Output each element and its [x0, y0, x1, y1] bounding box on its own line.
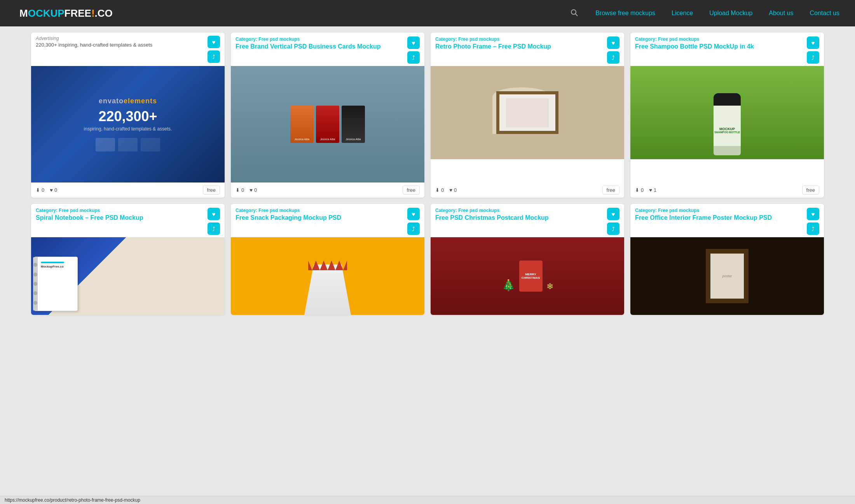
svg-point-0: [571, 10, 576, 14]
card-share-button[interactable]: ⤴: [607, 51, 619, 64]
ad-like-stat: ♥ 0: [50, 187, 57, 193]
card-share-button[interactable]: ⤴: [807, 51, 819, 64]
card-share-button[interactable]: ⤴: [607, 222, 619, 235]
download-icon: ⬇: [236, 187, 240, 193]
share-icon: ⤴: [212, 226, 215, 232]
download-icon: ⬇: [635, 187, 639, 193]
heart-icon: ♥: [212, 211, 216, 217]
card-title[interactable]: Free Office Interior Frame Poster Mockup…: [635, 214, 804, 222]
card-snack: Category: Free psd mockups Free Snack Pa…: [231, 204, 424, 315]
card-heart-button[interactable]: ♥: [407, 36, 420, 49]
card-category: Category: Free psd mockups: [236, 208, 404, 213]
card-title[interactable]: Free Snack Packaging Mockup PSD: [236, 214, 404, 222]
share-icon: ⤴: [811, 226, 815, 232]
card-heart-button[interactable]: ♥: [407, 208, 420, 220]
nav-licence[interactable]: Licence: [672, 10, 693, 17]
ad-image[interactable]: envatoelements 220,300+ inspiring, hand-…: [31, 66, 225, 182]
share-icon: ⤴: [412, 54, 415, 61]
heart-icon: ♥: [811, 40, 815, 46]
card-image[interactable]: [431, 66, 624, 182]
card-share-button[interactable]: ⤴: [807, 222, 819, 235]
card-category: Category: Free psd mockups: [435, 36, 604, 42]
heart-icon: ♥: [612, 211, 615, 217]
search-icon[interactable]: [570, 8, 579, 19]
ad-free-badge: free: [203, 186, 220, 195]
ad-card: Advertising 220,300+ inspiring, hand-cra…: [31, 33, 225, 198]
card-image[interactable]: 🎄 MERRYCHRISTMAS ❄: [431, 237, 624, 315]
download-icon: ⬇: [36, 187, 40, 193]
card-heart-button[interactable]: ♥: [208, 208, 220, 220]
share-icon: ⤴: [212, 54, 215, 60]
card-share-button[interactable]: ⤴: [208, 222, 220, 235]
heart-icon: ♥: [811, 211, 815, 217]
card-image[interactable]: MOCKUP SHAMPOO BOTTLE: [630, 66, 824, 182]
card-heart-button[interactable]: ♥: [607, 36, 619, 49]
card-christmas: Category: Free psd mockups Free PSD Chri…: [431, 204, 624, 315]
nav-upload[interactable]: Upload Mockup: [709, 10, 752, 17]
card-share-button[interactable]: ⤴: [407, 222, 420, 235]
svg-line-1: [576, 14, 578, 16]
free-badge: free: [403, 186, 420, 195]
card-title[interactable]: Free PSD Christmas Postcard Mockup: [435, 214, 604, 222]
like-stat: ♥ 0: [449, 187, 457, 193]
share-icon: ⤴: [612, 226, 615, 232]
card-category: Category: Free psd mockups: [635, 36, 804, 42]
share-icon: ⤴: [612, 54, 615, 61]
card-image[interactable]: poster: [630, 237, 824, 315]
ad-heart-button[interactable]: ♥: [208, 36, 220, 48]
heart-stat-icon: ♥: [50, 187, 53, 193]
like-stat: ♥ 1: [649, 187, 656, 193]
card-title[interactable]: Retro Photo Frame – Free PSD Mockup: [435, 43, 604, 51]
nav-browse[interactable]: Browse free mockups: [595, 10, 655, 17]
card-business-cards: Category: Free psd mockups Free Brand Ve…: [231, 33, 424, 198]
ad-download-stat: ⬇ 0: [36, 187, 44, 193]
card-category: Category: Free psd mockups: [36, 208, 204, 213]
heart-icon: ♥: [412, 40, 415, 46]
card-heart-button[interactable]: ♥: [607, 208, 619, 220]
free-badge: free: [802, 186, 819, 195]
free-badge: free: [602, 186, 619, 195]
card-heart-button[interactable]: ♥: [807, 36, 819, 49]
card-title[interactable]: Spiral Notebook – Free PSD Mockup: [36, 214, 204, 222]
navbar: MOCKUPFREE!.CO Browse free mockups Licen…: [0, 0, 855, 26]
card-shampoo: Category: Free psd mockups Free Shampoo …: [630, 33, 824, 198]
heart-icon: ♥: [412, 211, 415, 217]
card-share-button[interactable]: ⤴: [407, 51, 420, 64]
card-title[interactable]: Free Shampoo Bottle PSD MockUp in 4k: [635, 43, 804, 51]
share-icon: ⤴: [412, 226, 415, 232]
heart-stat-icon: ♥: [449, 187, 452, 193]
card-heart-button[interactable]: ♥: [807, 208, 819, 220]
ad-share-button[interactable]: ⤴: [208, 50, 220, 63]
ad-subtitle: 220,300+ inspiring, hand-crafted templat…: [36, 42, 152, 48]
card-photo-frame: Category: Free psd mockups Retro Photo F…: [431, 33, 624, 198]
download-stat: ⬇ 0: [635, 187, 644, 193]
card-notebook: Category: Free psd mockups Spiral Notebo…: [31, 204, 225, 315]
card-image[interactable]: MockupFree.co: [31, 237, 225, 315]
heart-stat-icon: ♥: [250, 187, 253, 193]
nav-contact[interactable]: Contact us: [810, 10, 839, 17]
ad-desc: inspiring, hand-crafted templates & asse…: [76, 126, 180, 132]
heart-stat-icon: ♥: [649, 187, 652, 193]
main-grid: Advertising 220,300+ inspiring, hand-cra…: [0, 26, 855, 323]
logo[interactable]: MOCKUPFREE!.CO: [19, 7, 113, 19]
ad-label: Advertising: [36, 36, 152, 41]
download-icon: ⬇: [435, 187, 440, 193]
share-icon: ⤴: [811, 54, 815, 61]
card-image[interactable]: Jessica Alba Jessica Alba Jessica Alba: [231, 66, 424, 182]
card-office-frame: Category: Free psd mockups Free Office I…: [630, 204, 824, 315]
card-title[interactable]: Free Brand Vertical PSD Business Cards M…: [236, 43, 404, 51]
card-image[interactable]: [231, 237, 424, 315]
card-category: Category: Free psd mockups: [435, 208, 604, 213]
ad-number: 220,300+: [98, 108, 157, 125]
download-stat: ⬇ 0: [236, 187, 244, 193]
like-stat: ♥ 0: [250, 187, 257, 193]
heart-icon: ♥: [212, 39, 216, 45]
card-category: Category: Free psd mockups: [635, 208, 804, 213]
download-stat: ⬇ 0: [435, 187, 444, 193]
heart-icon: ♥: [612, 40, 615, 46]
card-category: Category: Free psd mockups: [236, 36, 404, 42]
nav-about[interactable]: About us: [769, 10, 793, 17]
